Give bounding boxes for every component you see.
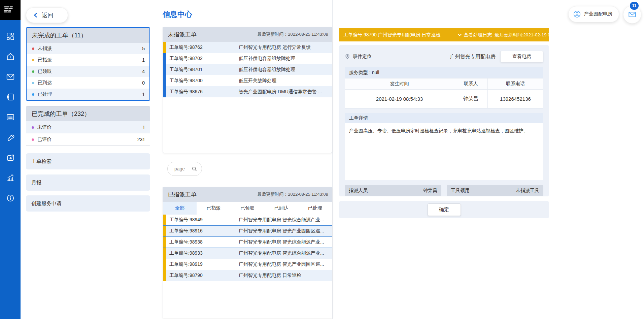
nav-info[interactable] bbox=[0, 188, 21, 208]
location-pin-icon bbox=[345, 54, 350, 59]
link-create-service-request[interactable]: 创建服务申请 bbox=[26, 195, 150, 212]
work-order-row[interactable]: 工单编号:98919 广州智光专用配电房 智光产业园园区巡... bbox=[163, 259, 332, 270]
tab-claimed[interactable]: 已领取 bbox=[231, 202, 264, 215]
work-order-desc: 广州智光专用配电房 智光产业园园区巡... bbox=[239, 261, 324, 267]
work-order-row[interactable]: 工单编号:98676 智光产业园配电房 DMU通信异常告警 ... bbox=[163, 86, 332, 97]
view-substation-button[interactable]: 查看电房 bbox=[500, 51, 543, 62]
status-label: 已指派 bbox=[38, 57, 52, 63]
status-count: 0 bbox=[142, 80, 145, 86]
user-account-button[interactable]: 产业园配电房 bbox=[568, 6, 619, 22]
tools-label: 工具领用 bbox=[451, 188, 470, 194]
assignee-box[interactable]: 指派人员 钟荣昌 bbox=[345, 185, 441, 196]
column-divider-right bbox=[332, 0, 333, 319]
work-order-desc: 广州智光专用配电房 智光综合能源产业... bbox=[239, 250, 324, 256]
work-order-row[interactable]: 工单编号:98702 低压补偿电容器组故障处理 bbox=[163, 53, 332, 64]
nav-messages[interactable] bbox=[0, 67, 21, 87]
row-status-bar bbox=[163, 75, 166, 86]
link-order-search[interactable]: 工单检索 bbox=[26, 153, 150, 169]
order-details-box: 工单详情 产业园高压、专变、低压电房定时巡检检查记录，充电桩充电站巡视检查，园区… bbox=[345, 113, 543, 180]
unassigned-last-updated: 最后更新时间：2022-08-25 11:43:08 bbox=[257, 31, 328, 37]
app-logo bbox=[0, 0, 21, 20]
status-row-rated[interactable]: 已评价 231 bbox=[26, 133, 150, 146]
row-status-bar bbox=[163, 42, 166, 53]
status-row-unassigned[interactable]: 未指派 5 bbox=[27, 43, 149, 54]
tools-value: 未指派工具 bbox=[516, 188, 539, 194]
incomplete-orders-card[interactable]: 未完成的工单（11） 未指派 5 已指派 1 已领取 4 已到达 0 bbox=[26, 27, 150, 101]
nav-home[interactable] bbox=[0, 46, 21, 67]
tab-arrived[interactable]: 已到达 bbox=[264, 202, 298, 215]
status-row-unrated[interactable]: 未评价 1 bbox=[26, 121, 150, 133]
view-log-label: 查看处理日志 bbox=[464, 32, 492, 38]
work-order-number: 工单编号:98762 bbox=[169, 44, 239, 51]
row-status-bar bbox=[163, 270, 166, 281]
status-row-assigned[interactable]: 已指派 1 bbox=[27, 54, 149, 66]
order-detail-updated: 最后更新时间:2021-02-19 08:55:08 bbox=[495, 32, 566, 38]
work-order-row[interactable]: 工单编号:98701 低压补偿电容器组故障处理 bbox=[163, 64, 332, 75]
nav-dashboard[interactable] bbox=[0, 26, 21, 46]
order-detail-title: 工单编号:98790 广州智光专用配电房 日常巡检 bbox=[343, 32, 441, 38]
work-order-number: 工单编号:98702 bbox=[169, 56, 239, 62]
tools-box[interactable]: 工具领用 未指派工具 bbox=[447, 185, 543, 196]
back-button[interactable]: 返回 bbox=[26, 7, 68, 23]
status-row-claimed[interactable]: 已领取 4 bbox=[27, 66, 149, 77]
work-order-number: 工单编号:98676 bbox=[169, 89, 239, 95]
status-count: 231 bbox=[137, 137, 145, 142]
status-count: 4 bbox=[142, 69, 145, 74]
assignee-label: 指派人员 bbox=[349, 188, 368, 194]
nav-worklist[interactable] bbox=[0, 107, 21, 127]
back-label: 返回 bbox=[42, 11, 53, 19]
status-dot bbox=[32, 82, 34, 84]
page-search-input[interactable] bbox=[174, 166, 192, 171]
work-order-number: 工单编号:98700 bbox=[169, 78, 239, 84]
link-monthly-report[interactable]: 月报 bbox=[26, 174, 150, 191]
unassigned-orders-panel: 未指派工单 最后更新时间：2022-08-25 11:43:08 工单编号:98… bbox=[163, 27, 332, 153]
work-order-row[interactable]: 工单编号:98938 广州智光专用配电房 智光综合能源产业... bbox=[163, 237, 332, 248]
tab-all[interactable]: 全部 bbox=[163, 202, 197, 215]
page-search[interactable] bbox=[167, 162, 202, 176]
work-order-row[interactable]: 工单编号:98700 低压开关故障处理 bbox=[163, 75, 332, 86]
status-row-arrived[interactable]: 已到达 0 bbox=[27, 77, 149, 89]
completed-orders-card[interactable]: 已完成的工单（232） 未评价 1 已评价 231 bbox=[26, 106, 150, 146]
work-order-number: 工单编号:98938 bbox=[169, 239, 239, 245]
nav-notebook[interactable] bbox=[0, 87, 21, 107]
nav-tools[interactable] bbox=[0, 127, 21, 148]
nav-report[interactable] bbox=[0, 148, 21, 168]
work-order-row-selected[interactable]: 工单编号:98790 广州智光专用配电房 日常巡检 bbox=[163, 270, 332, 281]
tab-assigned[interactable]: 已指派 bbox=[197, 202, 230, 215]
assigned-tabs: 全部 已指派 已领取 已到达 已处理 bbox=[163, 202, 332, 215]
status-dot bbox=[32, 70, 34, 73]
row-status-bar bbox=[163, 237, 166, 248]
tab-processed[interactable]: 已处理 bbox=[298, 202, 332, 215]
status-count: 5 bbox=[142, 46, 145, 51]
confirm-button[interactable]: 确定 bbox=[428, 203, 461, 216]
work-order-desc: 低压补偿电容器组故障处理 bbox=[239, 56, 295, 62]
work-order-row[interactable]: 工单编号:98949 广州智光专用配电房 智光综合能源产业... bbox=[163, 215, 332, 226]
site-name: 广州智光专用配电房 bbox=[450, 54, 496, 60]
notification-badge: 11 bbox=[630, 2, 639, 10]
logo-icon bbox=[4, 5, 17, 15]
work-list-icon bbox=[6, 113, 15, 122]
status-dot bbox=[32, 138, 34, 141]
order-details-text: 产业园高压、专变、低压电房定时巡检检查记录，充电桩充电站巡视检查，园区维护。 bbox=[345, 123, 543, 180]
work-order-desc: 广州智光专用配电房 日常巡检 bbox=[239, 273, 301, 279]
nav-statistics[interactable] bbox=[0, 168, 21, 188]
status-label: 未指派 bbox=[38, 45, 52, 52]
row-status-bar bbox=[163, 86, 166, 97]
work-order-row[interactable]: 工单编号:98933 广州智光专用配电房 智光综合能源产业... bbox=[163, 248, 332, 259]
status-label: 已处理 bbox=[38, 91, 52, 97]
status-dot bbox=[32, 126, 34, 129]
left-panel: 返回 未完成的工单（11） 未指派 5 已指派 1 已领取 4 已到达 bbox=[26, 0, 150, 212]
work-order-row[interactable]: 工单编号:98916 广州智光专用配电房 智光产业园园区巡... bbox=[163, 226, 332, 237]
order-detail-card: 事件定位 广州智光专用配电房 查看电房 服务类型 : null 发生时间 联系人… bbox=[339, 45, 549, 196]
work-order-row[interactable]: 工单编号:98762 广州智光专用配电房 运行异常反馈 bbox=[163, 42, 332, 53]
notebook-icon bbox=[6, 93, 15, 101]
status-row-processed[interactable]: 已处理 1 bbox=[27, 89, 149, 100]
user-icon bbox=[573, 10, 581, 18]
order-detail: 工单编号:98790 广州智光专用配电房 日常巡检 查看处理日志 最后更新时间:… bbox=[339, 0, 549, 218]
status-count: 1 bbox=[142, 125, 145, 130]
mail-icon bbox=[6, 72, 15, 81]
status-label: 已领取 bbox=[38, 68, 52, 74]
page-title: 信息中心 bbox=[163, 9, 332, 18]
view-log-toggle[interactable]: 查看处理日志 bbox=[457, 32, 492, 38]
status-label: 未评价 bbox=[37, 124, 52, 130]
